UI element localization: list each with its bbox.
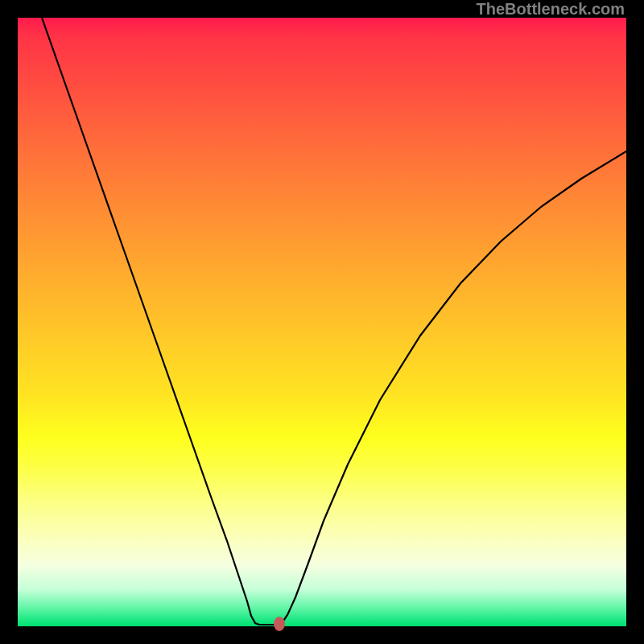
bottleneck-curve [42,18,626,625]
watermark-text: TheBottleneck.com [477,0,625,19]
optimal-marker [274,617,285,631]
chart-frame: TheBottleneck.com [0,0,644,644]
curve-svg [18,18,626,626]
